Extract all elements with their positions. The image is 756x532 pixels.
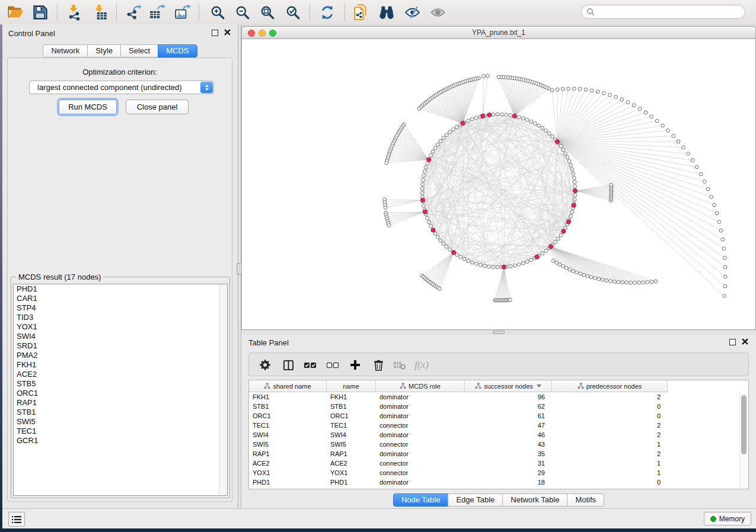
network-node[interactable] bbox=[713, 203, 716, 207]
network-node[interactable] bbox=[459, 255, 462, 259]
mcds-result-item[interactable]: PMA2 bbox=[14, 351, 227, 360]
network-node[interactable] bbox=[525, 118, 529, 121]
network-node[interactable] bbox=[719, 229, 723, 232]
network-node[interactable] bbox=[438, 287, 442, 291]
network-node[interactable] bbox=[610, 183, 613, 187]
network-node[interactable] bbox=[572, 176, 576, 180]
zoom-fit-button[interactable] bbox=[257, 2, 278, 22]
tab-style[interactable]: Style bbox=[87, 44, 121, 57]
mcds-list-scrollbar[interactable] bbox=[219, 284, 227, 495]
network-node[interactable] bbox=[439, 139, 442, 143]
delete-table-button[interactable] bbox=[392, 357, 407, 373]
mcds-result-item[interactable]: SWI4 bbox=[14, 332, 227, 341]
network-node[interactable] bbox=[564, 152, 567, 155]
column-header-shared-name[interactable]: shared name bbox=[249, 380, 327, 392]
table-row[interactable]: STB1STB1dominator620 bbox=[249, 402, 748, 411]
network-node[interactable] bbox=[567, 159, 571, 163]
network-node[interactable] bbox=[722, 247, 726, 251]
import-network-button[interactable] bbox=[63, 2, 85, 22]
network-node[interactable] bbox=[687, 152, 690, 156]
network-node[interactable] bbox=[570, 210, 574, 214]
network-node[interactable] bbox=[525, 260, 529, 264]
table-row[interactable]: ORC1ORC1dominator610 bbox=[249, 411, 748, 421]
network-window-titlebar[interactable]: YPA_prune.txt_1 bbox=[241, 26, 756, 39]
mcds-hub-node[interactable] bbox=[562, 229, 566, 233]
mcds-hub-node[interactable] bbox=[452, 251, 456, 255]
export-table-button[interactable] bbox=[146, 2, 168, 22]
network-node[interactable] bbox=[723, 284, 727, 288]
network-node[interactable] bbox=[644, 111, 647, 114]
network-node[interactable] bbox=[467, 119, 470, 123]
mcds-hub-node[interactable] bbox=[535, 255, 539, 259]
network-node[interactable] bbox=[521, 117, 525, 120]
mcds-result-item[interactable]: FKH1 bbox=[14, 360, 227, 370]
network-node[interactable] bbox=[666, 129, 670, 133]
network-node[interactable] bbox=[537, 124, 541, 127]
zoom-selected-button[interactable] bbox=[282, 2, 304, 22]
network-node[interactable] bbox=[699, 172, 703, 176]
mcds-hub-node[interactable] bbox=[461, 121, 465, 126]
export-image-button[interactable] bbox=[172, 2, 193, 22]
network-node[interactable] bbox=[568, 268, 572, 271]
optimization-criterion-select[interactable]: largest connected component (undirected) bbox=[29, 81, 214, 94]
network-node[interactable] bbox=[551, 259, 555, 262]
network-node[interactable] bbox=[650, 280, 653, 284]
network-node[interactable] bbox=[608, 93, 612, 97]
network-node[interactable] bbox=[513, 264, 516, 267]
network-node[interactable] bbox=[426, 162, 429, 165]
network-node[interactable] bbox=[570, 168, 574, 171]
network-node[interactable] bbox=[613, 280, 616, 283]
network-node[interactable] bbox=[564, 266, 568, 270]
float-panel-icon[interactable] bbox=[729, 339, 736, 345]
network-node[interactable] bbox=[703, 180, 706, 183]
mcds-hub-node[interactable] bbox=[573, 189, 578, 193]
network-node[interactable] bbox=[590, 89, 594, 92]
network-node[interactable] bbox=[470, 261, 474, 264]
table-row[interactable]: TEC1TEC1connector472 bbox=[249, 421, 748, 430]
network-node[interactable] bbox=[558, 263, 562, 267]
search-input[interactable] bbox=[598, 7, 745, 17]
network-node[interactable] bbox=[561, 87, 564, 91]
network-node[interactable] bbox=[597, 277, 601, 281]
network-node[interactable] bbox=[642, 281, 645, 284]
mcds-result-item[interactable]: PHD1 bbox=[14, 284, 227, 294]
network-node[interactable] bbox=[575, 271, 579, 274]
network-node[interactable] bbox=[533, 122, 537, 126]
network-node[interactable] bbox=[474, 262, 478, 265]
maximize-window-icon[interactable] bbox=[269, 30, 276, 37]
mcds-result-item[interactable]: SWI5 bbox=[14, 417, 227, 427]
network-node[interactable] bbox=[509, 265, 512, 268]
network-node[interactable] bbox=[629, 281, 633, 284]
mcds-hub-node[interactable] bbox=[566, 220, 570, 224]
network-node[interactable] bbox=[573, 193, 577, 197]
network-node[interactable] bbox=[650, 115, 653, 118]
tab-network-table[interactable]: Network Table bbox=[502, 493, 567, 507]
network-node[interactable] bbox=[544, 129, 548, 133]
mcds-result-item[interactable]: GCR1 bbox=[14, 436, 227, 446]
network-node[interactable] bbox=[445, 245, 448, 248]
column-header-predecessor-nodes[interactable]: predecessor nodes bbox=[552, 380, 668, 392]
mcds-hub-node[interactable] bbox=[548, 245, 553, 249]
hide-graphics-button[interactable] bbox=[401, 2, 423, 22]
network-node[interactable] bbox=[638, 107, 642, 111]
network-node[interactable] bbox=[492, 265, 495, 269]
delete-row-button[interactable] bbox=[371, 357, 386, 373]
mcds-result-item[interactable]: RAP1 bbox=[14, 398, 227, 408]
network-node[interactable] bbox=[614, 95, 618, 99]
network-node[interactable] bbox=[567, 87, 570, 91]
close-window-icon[interactable] bbox=[248, 30, 255, 37]
network-node[interactable] bbox=[497, 75, 500, 79]
network-node[interactable] bbox=[500, 113, 504, 116]
network-node[interactable] bbox=[559, 145, 563, 148]
network-node[interactable] bbox=[442, 136, 445, 140]
network-node[interactable] bbox=[723, 265, 727, 269]
import-table-button[interactable] bbox=[89, 2, 110, 22]
table-row[interactable]: RAP1RAP1dominator352 bbox=[249, 449, 748, 459]
close-panel-icon[interactable] bbox=[224, 29, 231, 36]
column-header-name[interactable]: name bbox=[327, 380, 376, 392]
network-node[interactable] bbox=[562, 264, 565, 268]
network-node[interactable] bbox=[492, 113, 495, 116]
network-node[interactable] bbox=[428, 220, 431, 224]
close-panel-icon[interactable] bbox=[742, 338, 748, 345]
network-node[interactable] bbox=[723, 256, 726, 259]
